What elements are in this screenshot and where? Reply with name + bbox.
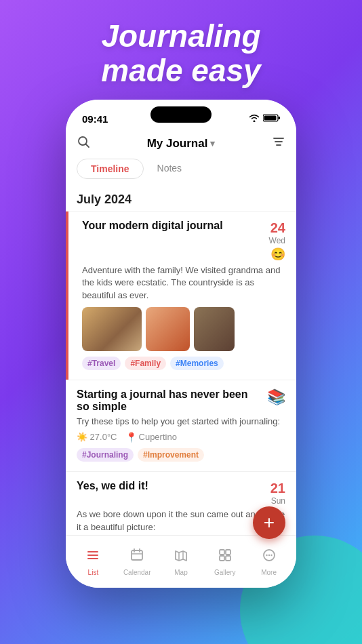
svg-rect-17 [220, 550, 224, 555]
entry-date-day-3: Sun [270, 496, 285, 506]
month-header: July 2024 [66, 186, 296, 211]
status-time: 09:41 [82, 113, 108, 125]
entry-date-1: 24 Wed 😊 [269, 220, 285, 262]
gallery-icon [218, 548, 233, 567]
entry-date-num-3: 21 [270, 480, 285, 496]
nav-label-more: More [261, 569, 277, 576]
entry-image-1b [146, 307, 190, 351]
chevron-down-icon: ▾ [210, 138, 215, 148]
tag-family[interactable]: #Family [125, 357, 166, 370]
nav-label-map: Map [174, 569, 187, 576]
entry-emoji-1: 😊 [269, 247, 285, 262]
entry-tags-2: #Journaling #Improvement [77, 448, 285, 462]
journal-entry-1[interactable]: Your modern digital journal 24 Wed 😊 Adv… [66, 211, 296, 380]
tab-timeline[interactable]: Timeline [77, 159, 144, 179]
status-bar: 09:41 [66, 100, 296, 129]
entry-header-1: Your modern digital journal 24 Wed 😊 [77, 220, 285, 262]
entry-date-3: 21 Sun [270, 480, 285, 506]
list-icon [85, 548, 100, 567]
journal-entry-2[interactable]: Starting a journal has never been so sim… [66, 380, 296, 471]
tab-notes[interactable]: Notes [144, 159, 196, 179]
nav-label-list: List [88, 569, 99, 576]
entry-location: 📍 Cupertino [125, 432, 177, 443]
entry-title-1: Your modern digital journal [82, 220, 269, 232]
status-icons [249, 114, 280, 124]
search-icon[interactable] [77, 135, 90, 152]
entry-stack-icon: 📚 [267, 388, 285, 406]
tag-improvement[interactable]: #Improvement [138, 448, 204, 462]
svg-rect-2 [279, 117, 281, 119]
nav-item-list[interactable]: List [75, 548, 110, 576]
entry-title-2: Starting a journal has never been so sim… [77, 388, 267, 413]
svg-rect-19 [220, 556, 224, 561]
add-entry-fab[interactable]: + [253, 506, 285, 539]
journal-title-text: My Journal [147, 137, 208, 150]
entry-image-1a [82, 307, 142, 351]
map-icon [174, 548, 188, 567]
battery-icon [263, 114, 280, 124]
headline-line1: Journaling [101, 18, 260, 54]
nav-label-calendar: Calendar [123, 569, 151, 576]
tag-journaling[interactable]: #Journaling [77, 448, 134, 462]
calendar-icon [129, 548, 144, 567]
wifi-icon [249, 114, 260, 124]
entry-title-3: Yes, we did it! [77, 480, 270, 492]
svg-point-23 [268, 554, 269, 555]
nav-item-map[interactable]: Map [163, 548, 199, 576]
svg-rect-18 [226, 550, 230, 555]
nav-item-gallery[interactable]: Gallery [207, 548, 243, 576]
app-header: My Journal ▾ [66, 129, 296, 159]
entry-text-1: Adventure with the family! We visited gr… [77, 264, 285, 302]
header-title[interactable]: My Journal ▾ [147, 137, 216, 150]
tag-travel[interactable]: #Travel [82, 357, 121, 370]
entry-date-num-1: 24 [269, 220, 285, 236]
nav-label-gallery: Gallery [214, 569, 236, 576]
entry-tags-1: #Travel #Family #Memories [77, 357, 285, 370]
svg-line-4 [86, 144, 89, 148]
entry-image-1c [194, 307, 235, 351]
journal-scroll-content: July 2024 Your modern digital journal 24… [66, 186, 296, 535]
filter-icon[interactable] [272, 135, 285, 152]
tag-memories[interactable]: #Memories [170, 357, 224, 370]
svg-point-24 [270, 554, 272, 555]
entry-accent-bar [66, 212, 68, 380]
bottom-nav: List Calendar Map [66, 535, 296, 588]
svg-rect-1 [264, 115, 277, 120]
app-headline: Journaling made easy [101, 19, 260, 87]
svg-rect-11 [132, 550, 142, 560]
nav-item-calendar[interactable]: Calendar [119, 548, 155, 576]
phone-frame: 09:41 [66, 100, 296, 588]
nav-item-more[interactable]: More [252, 548, 287, 576]
svg-point-22 [266, 554, 267, 555]
pin-icon: 📍 [125, 432, 137, 443]
entry-header-2: Starting a journal has never been so sim… [77, 388, 285, 413]
notch [150, 106, 212, 123]
tabs-bar: Timeline Notes [66, 159, 296, 186]
entry-text-2: Try these tips to help you get started w… [77, 416, 285, 428]
entry-images-1 [77, 307, 285, 351]
entry-header-3: Yes, we did it! 21 Sun [77, 480, 285, 506]
svg-rect-20 [226, 556, 230, 561]
entry-date-day-1: Wed [269, 236, 285, 245]
headline-line2: made easy [101, 53, 260, 88]
entry-meta-2: ☀️ 27.0°C 📍 Cupertino [77, 432, 285, 443]
entry-weather: ☀️ 27.0°C [77, 432, 117, 442]
more-icon [262, 548, 277, 567]
